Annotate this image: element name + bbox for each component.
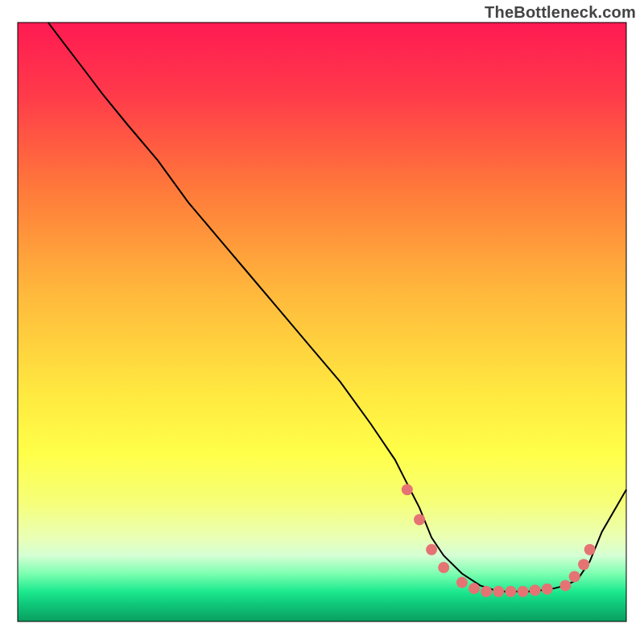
marker-dot [456, 577, 468, 588]
bottleneck-chart: TheBottleneck.com [0, 0, 644, 644]
marker-dot [469, 583, 480, 594]
marker-dot [584, 544, 596, 555]
marker-dot [518, 586, 529, 597]
marker-dot [505, 586, 516, 597]
marker-dot [438, 562, 449, 573]
marker-dot [481, 586, 492, 597]
plot-background [18, 23, 626, 621]
watermark-text: TheBottleneck.com [485, 3, 636, 22]
marker-dot [578, 559, 589, 570]
marker-dot [530, 584, 541, 596]
marker-dot [414, 514, 425, 526]
chart-svg [0, 0, 644, 644]
marker-dot [426, 544, 437, 555]
marker-dot [569, 571, 580, 582]
marker-dot [402, 484, 413, 495]
marker-dot [542, 584, 553, 595]
marker-dot [493, 586, 504, 597]
marker-dot [559, 580, 571, 591]
